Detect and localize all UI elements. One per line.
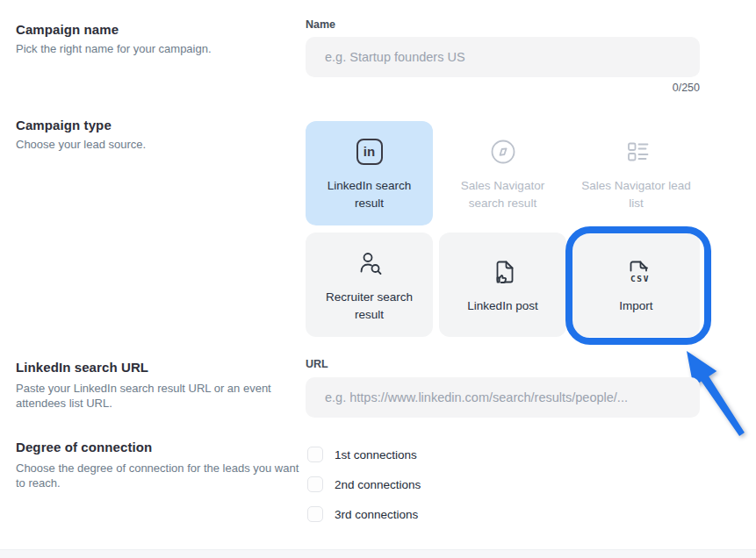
card-label: LinkedIn search result: [314, 177, 424, 212]
degree-of-connection-subtitle: Choose the degree of connection for the …: [16, 461, 307, 490]
checkbox-3rd-connections[interactable]: [307, 506, 323, 522]
url-field-label: URL: [306, 358, 328, 370]
recruiter-search-icon: [354, 247, 385, 280]
linkedin-search-url-title: LinkedIn search URL: [16, 360, 148, 375]
campaign-type-subtitle: Choose your lead source.: [16, 137, 306, 152]
linkedin-post-icon: [487, 255, 519, 289]
svg-text:CSV: CSV: [630, 274, 650, 283]
connection-option-2nd: 2nd connections: [307, 476, 421, 492]
linkedin-search-url-input[interactable]: [306, 377, 700, 418]
checkbox-label: 3rd connections: [335, 508, 418, 521]
degree-of-connection-title: Degree of connection: [16, 440, 152, 454]
card-label: Sales Navigator lead list: [581, 177, 691, 212]
checkbox-2nd-connections[interactable]: [307, 476, 323, 492]
card-recruiter-search-result[interactable]: Recruiter search result: [306, 232, 433, 337]
campaign-name-title: Campaign name: [16, 22, 119, 37]
card-linkedin-post[interactable]: LinkedIn post: [439, 232, 566, 337]
card-sales-navigator-search-result[interactable]: Sales Navigator search result: [439, 121, 566, 225]
checkbox-label: 1st connections: [335, 448, 417, 461]
connection-option-3rd: 3rd connections: [307, 506, 418, 522]
lead-source-card-grid: in LinkedIn search result Sales Navigato…: [306, 121, 700, 337]
bottom-divider-strip: [0, 549, 756, 558]
card-import-csv[interactable]: CSV Import: [572, 232, 700, 337]
card-label: LinkedIn post: [467, 297, 537, 315]
card-sales-navigator-lead-list[interactable]: Sales Navigator lead list: [572, 121, 700, 225]
campaign-name-subtitle: Pick the right name for your campaign.: [16, 41, 306, 56]
name-char-counter: 0/250: [306, 82, 700, 94]
linkedin-in-icon: in: [356, 135, 383, 168]
linkedin-search-url-subtitle: Paste your LinkedIn search result URL or…: [16, 381, 307, 411]
card-label: Recruiter search result: [314, 289, 424, 324]
name-field-label: Name: [306, 18, 335, 31]
campaign-setup-page: { "accent": { "blue": "#1f72ea", "select…: [0, 0, 756, 558]
card-linkedin-search-result[interactable]: in LinkedIn search result: [306, 121, 433, 225]
connection-option-1st: 1st connections: [307, 447, 417, 462]
campaign-name-input[interactable]: [306, 37, 700, 77]
card-label: Sales Navigator search result: [448, 177, 558, 212]
csv-file-icon: CSV: [621, 255, 652, 289]
compass-icon: [487, 135, 519, 168]
lead-list-icon: [621, 135, 652, 168]
card-label: Import: [619, 297, 652, 315]
checkbox-1st-connections[interactable]: [307, 447, 323, 462]
campaign-type-title: Campaign type: [16, 118, 112, 132]
checkbox-label: 2nd connections: [335, 478, 421, 491]
